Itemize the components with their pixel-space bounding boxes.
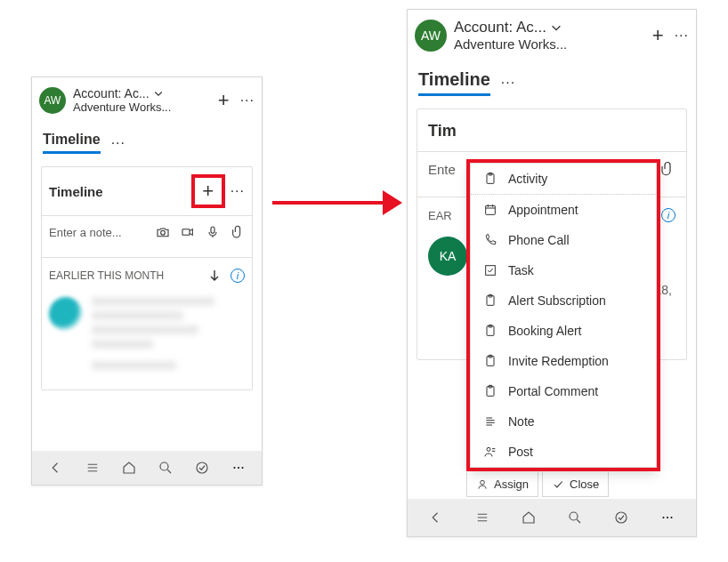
page-header: AW Account: Ac... Adventure Works... + ·…	[32, 77, 262, 119]
menu-item-appointment[interactable]: Appointment	[471, 195, 656, 225]
sort-icon[interactable]	[207, 269, 222, 283]
camera-icon[interactable]	[156, 225, 170, 239]
task-validation-button[interactable]	[189, 460, 215, 476]
new-record-button[interactable]: +	[652, 24, 664, 47]
search-button[interactable]	[562, 510, 588, 526]
svg-point-6	[238, 467, 239, 469]
title-block: Account: Ac... Adventure Works...	[454, 19, 652, 52]
svg-point-26	[667, 517, 668, 518]
tabs-overflow-button[interactable]: ···	[111, 135, 125, 151]
svg-point-5	[233, 467, 235, 469]
avatar: AW	[39, 87, 66, 114]
menu-item-portal-comment[interactable]: Portal Comment	[471, 376, 656, 406]
info-icon[interactable]: i	[661, 208, 675, 222]
back-button[interactable]	[43, 460, 69, 476]
more-actions-button[interactable]: ···	[675, 28, 689, 44]
svg-point-4	[197, 462, 207, 473]
menu-label: Portal Comment	[508, 384, 598, 398]
tab-bar: Timeline ···	[32, 119, 262, 154]
menu-label: Phone Call	[508, 233, 570, 247]
new-record-button[interactable]: +	[218, 89, 230, 112]
svg-rect-12	[486, 266, 496, 276]
close-label: Close	[570, 478, 599, 491]
menu-item-post[interactable]: Post	[471, 437, 656, 467]
page-subtitle: Adventure Works...	[73, 100, 218, 114]
more-actions-button[interactable]: ···	[240, 92, 255, 108]
mic-icon[interactable]	[206, 225, 220, 239]
svg-point-27	[671, 517, 673, 518]
phone-view-right: AW Account: Ac... Adventure Works... + ·…	[407, 9, 697, 537]
menu-button[interactable]	[79, 460, 106, 476]
add-activity-menu: Activity Appointment Phone Call Task Ale…	[470, 163, 657, 468]
menu-label: Post	[508, 445, 533, 459]
back-button[interactable]	[423, 510, 449, 526]
title-block: Account: Ac... Adventure Works...	[73, 86, 218, 114]
menu-item-activity[interactable]: Activity	[471, 164, 656, 195]
add-timeline-item-button[interactable]: +	[193, 176, 223, 206]
tabs-overflow-button[interactable]: ···	[501, 75, 515, 91]
section-label: EAR	[428, 209, 452, 222]
svg-rect-2	[211, 227, 214, 233]
bottom-nav	[32, 451, 262, 485]
video-icon[interactable]	[181, 225, 195, 239]
info-icon[interactable]: i	[231, 269, 245, 283]
note-input[interactable]: Enter a note...	[49, 226, 147, 239]
phone-view-left: AW Account: Ac... Adventure Works... + ·…	[31, 76, 263, 486]
assign-label: Assign	[494, 478, 529, 491]
entry-avatar	[49, 297, 83, 331]
assign-button[interactable]: Assign	[466, 472, 538, 497]
menu-item-invite-redemption[interactable]: Invite Redemption	[471, 346, 656, 376]
menu-item-booking-alert[interactable]: Booking Alert	[471, 316, 656, 346]
svg-point-7	[241, 467, 243, 469]
chevron-down-icon[interactable]	[550, 21, 562, 34]
home-button[interactable]	[515, 510, 542, 526]
svg-rect-1	[182, 229, 190, 236]
timeline-card: Timeline + ··· Enter a note... EARLIER T…	[41, 166, 253, 390]
chevron-down-icon[interactable]	[153, 88, 164, 99]
close-button[interactable]: Close	[542, 472, 609, 497]
svg-point-22	[481, 480, 485, 485]
search-button[interactable]	[152, 460, 179, 476]
menu-label: Note	[508, 414, 535, 429]
nav-more-button[interactable]	[225, 460, 252, 476]
svg-point-3	[160, 462, 168, 470]
menu-label: Booking Alert	[508, 324, 582, 338]
svg-point-21	[487, 447, 490, 451]
tab-bar: Timeline ···	[408, 57, 696, 96]
page-header: AW Account: Ac... Adventure Works... + ·…	[408, 10, 696, 57]
page-subtitle: Adventure Works...	[454, 36, 652, 52]
svg-point-24	[616, 512, 627, 523]
section-label: EARLIER THIS MONTH	[49, 269, 164, 282]
task-validation-button[interactable]	[608, 510, 635, 526]
svg-rect-11	[486, 205, 496, 214]
action-row: Assign Close	[466, 472, 609, 497]
menu-label: Task	[508, 263, 534, 277]
card-more-button[interactable]: ···	[231, 183, 245, 199]
home-button[interactable]	[116, 460, 142, 476]
card-title: Tim	[428, 122, 675, 140]
svg-point-23	[570, 512, 578, 520]
tab-timeline[interactable]: Timeline	[43, 132, 101, 154]
attachment-icon[interactable]	[659, 161, 675, 177]
page-title: Account: Ac...	[454, 19, 546, 36]
page-title: Account: Ac...	[73, 86, 150, 100]
menu-item-alert-subscription[interactable]: Alert Subscription	[471, 285, 656, 316]
menu-item-task[interactable]: Task	[471, 255, 656, 285]
timeline-entry	[49, 292, 245, 389]
bottom-nav	[408, 499, 696, 536]
svg-point-25	[663, 517, 665, 518]
menu-label: Alert Subscription	[508, 293, 606, 308]
menu-item-phone-call[interactable]: Phone Call	[471, 225, 656, 255]
menu-item-note[interactable]: Note	[471, 406, 656, 437]
menu-label: Invite Redemption	[508, 354, 609, 368]
avatar: AW	[415, 20, 447, 52]
tab-timeline[interactable]: Timeline	[418, 69, 490, 96]
arrow-icon	[272, 201, 388, 205]
nav-more-button[interactable]	[654, 510, 681, 526]
menu-button[interactable]	[469, 510, 496, 526]
attachment-icon[interactable]	[231, 225, 245, 239]
menu-label: Appointment	[508, 203, 578, 217]
card-title: Timeline	[49, 184, 193, 199]
svg-point-0	[161, 230, 166, 235]
entry-avatar: KA	[428, 237, 467, 276]
